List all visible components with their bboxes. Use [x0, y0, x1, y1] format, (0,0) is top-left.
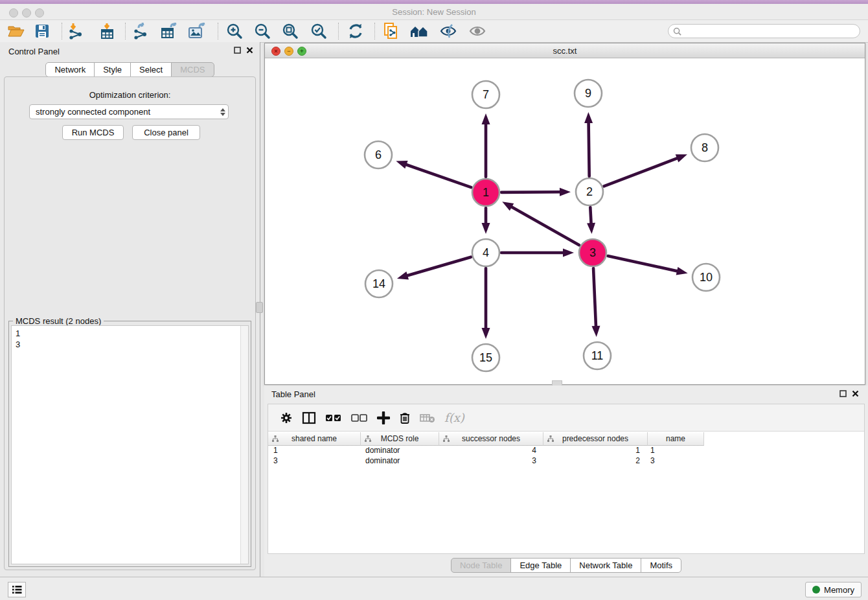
export-table-button[interactable] — [159, 22, 181, 40]
function-builder-icon: f(x) — [444, 411, 464, 424]
edge-arrowhead — [560, 188, 571, 196]
table-cell[interactable]: 3 — [268, 456, 360, 465]
search-icon — [673, 27, 681, 36]
column-header-predecessor-nodes[interactable]: predecessor nodes — [543, 432, 648, 446]
hierarchy-icon — [547, 435, 554, 442]
float-panel-icon[interactable] — [839, 390, 847, 397]
import-table-button[interactable] — [96, 22, 118, 40]
toolbar-separator — [338, 23, 339, 40]
close-panel-button[interactable]: Close panel — [132, 125, 200, 140]
column-header-shared-name[interactable]: shared name — [268, 432, 361, 446]
optimization-criterion-select[interactable]: strongly connected component — [29, 104, 229, 119]
tab-network[interactable]: Network — [45, 62, 95, 77]
table-row[interactable]: 3dominator323 — [268, 456, 864, 466]
refresh-view-button[interactable] — [345, 22, 367, 40]
zoom-in-button[interactable] — [223, 22, 246, 40]
edge-1-2[interactable] — [501, 192, 561, 192]
edge-arrowhead — [676, 267, 688, 275]
tab-node-table[interactable]: Node Table — [451, 558, 512, 573]
edge-3-1[interactable] — [510, 207, 579, 246]
refresh-icon — [347, 23, 364, 40]
mcds-result-list[interactable]: 1 3 — [11, 325, 249, 564]
memory-button[interactable]: Memory — [805, 582, 862, 597]
table-cell[interactable]: 2 — [542, 456, 645, 465]
edge-arrowhead — [482, 223, 490, 234]
edge-3-10[interactable] — [608, 256, 678, 271]
column-header-name[interactable]: name — [648, 432, 704, 446]
deselect-all-icon[interactable] — [351, 413, 368, 422]
delete-trash-icon[interactable] — [399, 411, 411, 424]
add-column-icon[interactable] — [377, 411, 390, 424]
import-network-button[interactable] — [65, 22, 87, 40]
show-columns-icon[interactable] — [302, 411, 316, 424]
vertical-splitter-handle[interactable] — [256, 302, 263, 313]
table-toolbar: f(x) — [268, 404, 864, 432]
tab-edge-table[interactable]: Edge Table — [510, 558, 571, 573]
hierarchy-icon — [365, 435, 371, 442]
task-history-button[interactable] — [8, 582, 26, 597]
clone-network-button[interactable] — [381, 22, 403, 40]
table-cell[interactable]: dominator — [360, 446, 438, 455]
select-all-icon[interactable] — [325, 413, 342, 422]
edge-2-3[interactable] — [590, 207, 591, 224]
close-panel-icon[interactable] — [246, 47, 253, 54]
edge-2-8[interactable] — [604, 158, 678, 187]
toolbar-separator — [374, 23, 375, 40]
table-cell[interactable]: 1 — [268, 446, 360, 455]
import-table-icon — [99, 23, 115, 40]
show-all-button[interactable] — [466, 22, 488, 40]
edge-3-11[interactable] — [593, 268, 596, 327]
edge-arrowhead — [584, 112, 593, 123]
table-cell[interactable]: 1 — [542, 446, 645, 455]
first-neighbors-button[interactable] — [409, 22, 431, 40]
main-toolbar — [0, 20, 868, 43]
edge-2-9[interactable] — [589, 122, 589, 176]
toolbar-search[interactable] — [668, 24, 860, 38]
column-header-successor-nodes[interactable]: successor nodes — [439, 432, 543, 446]
export-network-button[interactable] — [130, 22, 152, 40]
table-cell[interactable]: dominator — [360, 456, 438, 465]
edge-4-14[interactable] — [406, 257, 471, 276]
export-image-icon — [188, 23, 207, 40]
export-image-button[interactable] — [187, 22, 209, 40]
table-settings-gear-icon[interactable] — [280, 411, 293, 424]
zoom-out-button[interactable] — [251, 22, 273, 40]
mcds-result-values: 1 3 — [16, 328, 20, 350]
edge-1-6[interactable] — [405, 165, 472, 188]
result-scrollbar[interactable] — [240, 326, 248, 564]
hide-selected-button[interactable] — [437, 22, 459, 40]
list-icon — [12, 585, 22, 594]
float-panel-icon[interactable] — [234, 47, 241, 54]
open-folder-icon — [8, 24, 25, 38]
graph-node-label-4: 4 — [483, 246, 489, 259]
table-row[interactable]: 1dominator411 — [268, 445, 864, 456]
open-session-button[interactable] — [5, 22, 27, 40]
run-mcds-button[interactable]: Run MCDS — [62, 125, 124, 140]
eye-slash-icon — [439, 23, 457, 39]
table-cell[interactable]: 3 — [438, 456, 542, 465]
zoom-selected-button[interactable] — [308, 22, 330, 40]
save-session-button[interactable] — [31, 22, 53, 40]
network-window-titlebar[interactable]: × − + scc.txt — [265, 43, 865, 58]
network-canvas[interactable]: 7968124314101511 — [265, 58, 863, 383]
zoom-fit-button[interactable] — [279, 22, 301, 40]
table-cell[interactable]: 4 — [438, 446, 542, 455]
close-panel-icon[interactable] — [852, 390, 859, 397]
dropdown-stepper-icon — [218, 105, 228, 119]
tab-network-table[interactable]: Network Table — [570, 558, 641, 573]
search-input[interactable] — [681, 26, 846, 36]
zoom-fit-icon — [282, 23, 299, 40]
toolbar-separator — [125, 23, 126, 40]
edge-arrowhead — [482, 113, 490, 124]
memory-status-icon — [812, 586, 820, 594]
optimization-criterion-label: Optimization criterion: — [5, 90, 255, 100]
tab-style[interactable]: Style — [94, 62, 131, 77]
table-cell[interactable]: 1 — [645, 446, 701, 455]
control-panel-title: Control Panel — [8, 47, 60, 56]
tab-mcds[interactable]: MCDS — [171, 62, 214, 77]
column-header-MCDS-role[interactable]: MCDS role — [361, 432, 439, 446]
table-cell[interactable]: 3 — [645, 456, 701, 465]
tab-select[interactable]: Select — [130, 62, 172, 77]
tab-motifs[interactable]: Motifs — [641, 558, 681, 573]
control-panel-tabs: NetworkStyleSelectMCDS — [0, 62, 260, 77]
